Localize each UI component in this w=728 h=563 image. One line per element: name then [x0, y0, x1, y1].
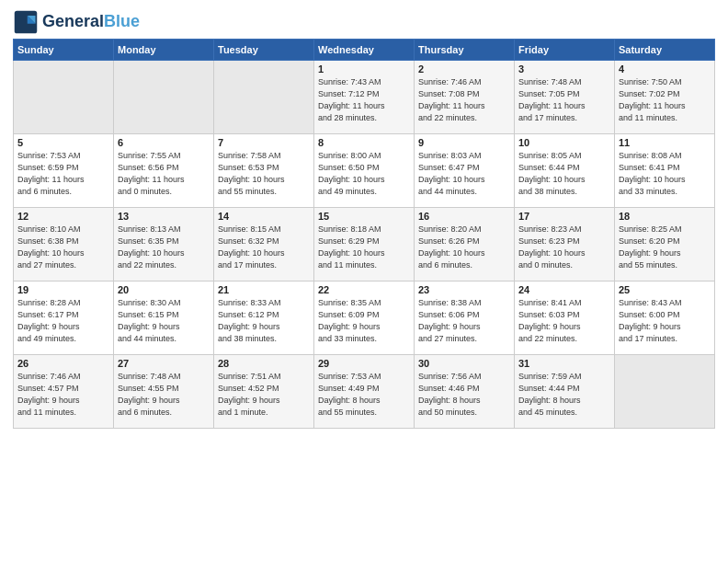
day-info: Sunrise: 8:20 AM Sunset: 6:26 PM Dayligh…	[418, 224, 510, 271]
day-info: Sunrise: 8:28 AM Sunset: 6:17 PM Dayligh…	[17, 297, 109, 345]
day-number: 6	[118, 137, 210, 148]
day-info: Sunrise: 8:15 AM Sunset: 6:32 PM Dayligh…	[218, 224, 310, 271]
calendar-cell	[114, 61, 214, 134]
calendar-cell: 20Sunrise: 8:30 AM Sunset: 6:15 PM Dayli…	[114, 282, 214, 355]
day-info: Sunrise: 7:53 AM Sunset: 4:49 PM Dayligh…	[318, 371, 410, 419]
day-number: 3	[518, 63, 610, 75]
calendar-cell	[615, 355, 715, 429]
day-number: 18	[619, 211, 711, 222]
day-info: Sunrise: 8:35 AM Sunset: 6:09 PM Dayligh…	[318, 297, 410, 345]
day-number: 31	[518, 358, 610, 369]
day-number: 11	[619, 137, 711, 148]
day-info: Sunrise: 7:55 AM Sunset: 6:56 PM Dayligh…	[118, 150, 210, 198]
weekday-header: Tuesday	[214, 40, 314, 61]
calendar-cell: 6Sunrise: 7:55 AM Sunset: 6:56 PM Daylig…	[114, 134, 214, 208]
day-number: 4	[619, 63, 711, 75]
calendar-cell: 11Sunrise: 8:08 AM Sunset: 6:41 PM Dayli…	[615, 134, 715, 208]
day-number: 2	[418, 63, 510, 75]
calendar-cell: 16Sunrise: 8:20 AM Sunset: 6:26 PM Dayli…	[415, 208, 515, 282]
calendar-cell: 1Sunrise: 7:43 AM Sunset: 7:12 PM Daylig…	[314, 61, 415, 134]
calendar-cell: 26Sunrise: 7:46 AM Sunset: 4:57 PM Dayli…	[14, 355, 114, 429]
weekday-header: Friday	[515, 40, 615, 61]
day-info: Sunrise: 7:43 AM Sunset: 7:12 PM Dayligh…	[318, 76, 410, 124]
calendar-cell: 19Sunrise: 8:28 AM Sunset: 6:17 PM Dayli…	[14, 282, 114, 355]
calendar-week-row: 19Sunrise: 8:28 AM Sunset: 6:17 PM Dayli…	[14, 282, 715, 355]
weekday-header: Monday	[114, 40, 214, 61]
day-number: 30	[418, 358, 510, 369]
day-info: Sunrise: 8:23 AM Sunset: 6:23 PM Dayligh…	[518, 224, 610, 271]
calendar-cell: 28Sunrise: 7:51 AM Sunset: 4:52 PM Dayli…	[214, 355, 314, 429]
calendar-cell: 8Sunrise: 8:00 AM Sunset: 6:50 PM Daylig…	[314, 134, 415, 208]
day-info: Sunrise: 8:03 AM Sunset: 6:47 PM Dayligh…	[418, 150, 510, 198]
day-number: 20	[118, 284, 210, 295]
day-number: 14	[218, 211, 310, 222]
day-number: 21	[218, 284, 310, 295]
page-container: GeneralBlue SundayMondayTuesdayWednesday…	[0, 0, 728, 436]
calendar-cell: 13Sunrise: 8:13 AM Sunset: 6:35 PM Dayli…	[114, 208, 214, 282]
calendar-cell	[14, 61, 114, 134]
logo-icon	[13, 9, 39, 35]
day-number: 29	[318, 358, 410, 369]
calendar-cell: 27Sunrise: 7:48 AM Sunset: 4:55 PM Dayli…	[114, 355, 214, 429]
calendar-body: 1Sunrise: 7:43 AM Sunset: 7:12 PM Daylig…	[14, 61, 715, 429]
day-number: 9	[418, 137, 510, 148]
day-number: 1	[318, 63, 410, 75]
day-info: Sunrise: 8:18 AM Sunset: 6:29 PM Dayligh…	[318, 224, 410, 271]
calendar-cell: 23Sunrise: 8:38 AM Sunset: 6:06 PM Dayli…	[415, 282, 515, 355]
header: GeneralBlue	[13, 9, 715, 35]
calendar-cell: 2Sunrise: 7:46 AM Sunset: 7:08 PM Daylig…	[415, 61, 515, 134]
day-info: Sunrise: 7:50 AM Sunset: 7:02 PM Dayligh…	[619, 76, 711, 124]
calendar-week-row: 26Sunrise: 7:46 AM Sunset: 4:57 PM Dayli…	[14, 355, 715, 429]
day-info: Sunrise: 8:13 AM Sunset: 6:35 PM Dayligh…	[118, 224, 210, 271]
day-number: 5	[17, 137, 109, 148]
calendar-week-row: 12Sunrise: 8:10 AM Sunset: 6:38 PM Dayli…	[14, 208, 715, 282]
calendar-cell: 29Sunrise: 7:53 AM Sunset: 4:49 PM Dayli…	[314, 355, 415, 429]
day-number: 19	[17, 284, 109, 295]
day-info: Sunrise: 8:25 AM Sunset: 6:20 PM Dayligh…	[619, 224, 711, 271]
calendar-cell: 14Sunrise: 8:15 AM Sunset: 6:32 PM Dayli…	[214, 208, 314, 282]
day-number: 10	[518, 137, 610, 148]
day-number: 16	[418, 211, 510, 222]
day-info: Sunrise: 7:51 AM Sunset: 4:52 PM Dayligh…	[218, 371, 310, 419]
day-info: Sunrise: 8:30 AM Sunset: 6:15 PM Dayligh…	[118, 297, 210, 345]
day-info: Sunrise: 8:41 AM Sunset: 6:03 PM Dayligh…	[518, 297, 610, 345]
calendar-cell: 9Sunrise: 8:03 AM Sunset: 6:47 PM Daylig…	[415, 134, 515, 208]
calendar-cell: 24Sunrise: 8:41 AM Sunset: 6:03 PM Dayli…	[515, 282, 615, 355]
calendar-week-row: 5Sunrise: 7:53 AM Sunset: 6:59 PM Daylig…	[14, 134, 715, 208]
calendar-table: SundayMondayTuesdayWednesdayThursdayFrid…	[13, 39, 715, 429]
calendar-week-row: 1Sunrise: 7:43 AM Sunset: 7:12 PM Daylig…	[14, 61, 715, 134]
day-number: 17	[518, 211, 610, 222]
logo-text: GeneralBlue	[42, 13, 140, 31]
calendar-cell: 10Sunrise: 8:05 AM Sunset: 6:44 PM Dayli…	[515, 134, 615, 208]
day-number: 25	[619, 284, 711, 295]
calendar-cell: 12Sunrise: 8:10 AM Sunset: 6:38 PM Dayli…	[14, 208, 114, 282]
day-info: Sunrise: 7:58 AM Sunset: 6:53 PM Dayligh…	[218, 150, 310, 198]
day-number: 22	[318, 284, 410, 295]
weekday-header: Thursday	[415, 40, 515, 61]
calendar-cell: 21Sunrise: 8:33 AM Sunset: 6:12 PM Dayli…	[214, 282, 314, 355]
weekday-header: Sunday	[14, 40, 114, 61]
calendar-header-row: SundayMondayTuesdayWednesdayThursdayFrid…	[14, 40, 715, 61]
calendar-cell: 5Sunrise: 7:53 AM Sunset: 6:59 PM Daylig…	[14, 134, 114, 208]
day-info: Sunrise: 7:48 AM Sunset: 7:05 PM Dayligh…	[518, 76, 610, 124]
day-number: 28	[218, 358, 310, 369]
calendar-cell: 25Sunrise: 8:43 AM Sunset: 6:00 PM Dayli…	[615, 282, 715, 355]
day-info: Sunrise: 7:53 AM Sunset: 6:59 PM Dayligh…	[17, 150, 109, 198]
calendar-cell: 30Sunrise: 7:56 AM Sunset: 4:46 PM Dayli…	[415, 355, 515, 429]
calendar-cell: 4Sunrise: 7:50 AM Sunset: 7:02 PM Daylig…	[615, 61, 715, 134]
calendar-cell: 3Sunrise: 7:48 AM Sunset: 7:05 PM Daylig…	[515, 61, 615, 134]
day-info: Sunrise: 8:10 AM Sunset: 6:38 PM Dayligh…	[17, 224, 109, 271]
calendar-cell: 7Sunrise: 7:58 AM Sunset: 6:53 PM Daylig…	[214, 134, 314, 208]
day-info: Sunrise: 8:08 AM Sunset: 6:41 PM Dayligh…	[619, 150, 711, 198]
day-number: 8	[318, 137, 410, 148]
day-number: 7	[218, 137, 310, 148]
logo: GeneralBlue	[13, 9, 140, 35]
calendar-cell	[214, 61, 314, 134]
day-info: Sunrise: 7:46 AM Sunset: 7:08 PM Dayligh…	[418, 76, 510, 124]
calendar-cell: 18Sunrise: 8:25 AM Sunset: 6:20 PM Dayli…	[615, 208, 715, 282]
day-number: 27	[118, 358, 210, 369]
weekday-header: Wednesday	[314, 40, 415, 61]
day-number: 23	[418, 284, 510, 295]
day-number: 24	[518, 284, 610, 295]
calendar-cell: 15Sunrise: 8:18 AM Sunset: 6:29 PM Dayli…	[314, 208, 415, 282]
